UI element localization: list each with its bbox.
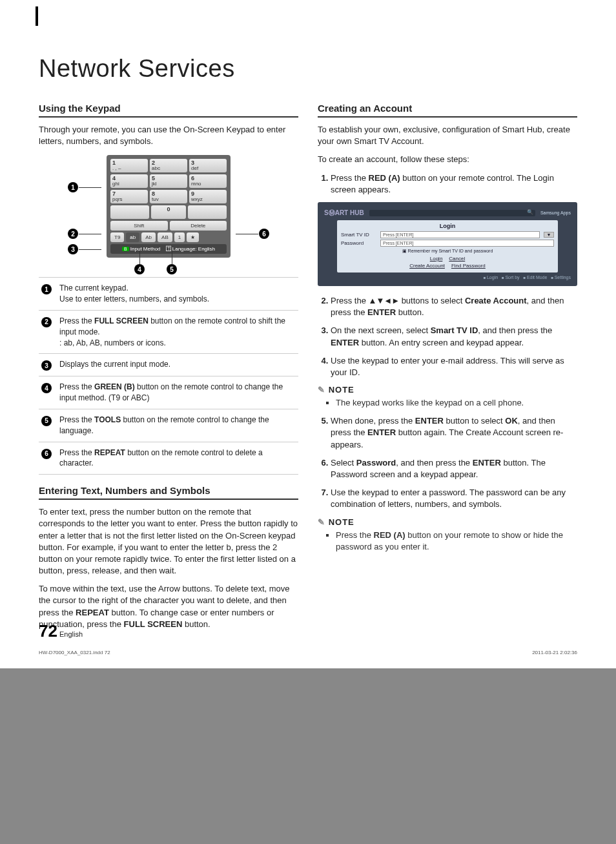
callout-4: 4: [134, 264, 145, 274]
section-entering-heading: Entering Text, Numbers and Symbols: [39, 485, 298, 500]
callout-5: 5: [167, 264, 177, 274]
note-heading-1: NOTE: [318, 385, 577, 395]
section-account-heading: Creating an Account: [318, 103, 577, 118]
account-p2: To create an account, follow these steps…: [318, 154, 577, 165]
footer-date: 2011-03-21 2:02:36: [532, 650, 577, 655]
section-keypad-heading: Using the Keypad: [39, 103, 298, 118]
keypad-legend: 1The current keypad.Use to enter letters…: [39, 277, 298, 475]
footer-file: HW-D7000_XAA_0321.indd 72: [39, 650, 110, 655]
callout-2: 2: [68, 229, 78, 239]
callout-3: 3: [68, 244, 78, 254]
note-list-1: The keypad works like the keypad on a ce…: [318, 397, 577, 409]
page-number: 72 English: [39, 621, 83, 641]
account-steps-cont: Press the ▲▼◄► buttons to select Create …: [318, 295, 577, 378]
keypad-intro: Through your remote, you can use the On-…: [39, 124, 298, 147]
page-title: Network Services: [39, 55, 577, 83]
note-heading-2: NOTE: [318, 517, 577, 527]
login-screenshot: SⓂART HUBSamsung Apps Login Smart TV IDP…: [318, 202, 577, 286]
account-p1: To establish your own, exclusive, config…: [318, 124, 577, 147]
keypad-diagram: 1 2 3 6 4 5 1. , – 2abc 3def 4ghi 5jkl 6…: [39, 155, 298, 258]
note-list-2: Press the RED (A) button on your remote …: [318, 530, 577, 553]
account-steps-cont2: When done, press the ENTER button to sel…: [318, 415, 577, 510]
callout-6: 6: [259, 229, 269, 239]
entering-p1: To enter text, press the number button o…: [39, 506, 298, 577]
callout-1: 1: [68, 182, 78, 192]
account-steps: Press the RED (A) button on your remote …: [318, 172, 577, 196]
